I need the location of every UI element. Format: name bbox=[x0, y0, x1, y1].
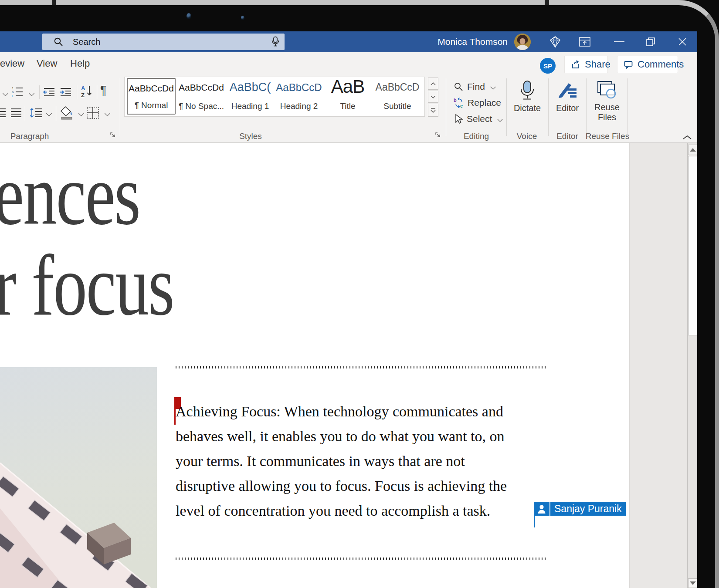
bullets-dropdown-chevron[interactable] bbox=[1, 91, 7, 98]
body-line: your terms. It communicates in ways that… bbox=[176, 453, 507, 478]
comments-icon bbox=[624, 60, 634, 70]
premium-diamond-icon[interactable] bbox=[547, 31, 563, 52]
tab-help[interactable]: Help bbox=[70, 52, 90, 75]
justify-icon[interactable] bbox=[10, 107, 23, 118]
ribbon: 1ai AZ ¶ bbox=[0, 75, 697, 143]
styles-group-label: Styles bbox=[229, 132, 272, 141]
borders-chevron[interactable] bbox=[103, 111, 109, 118]
search-mic-icon[interactable] bbox=[271, 36, 280, 48]
share-label: Share bbox=[585, 59, 610, 70]
multilevel-list-chevron[interactable] bbox=[27, 91, 34, 98]
voice-group-label: Voice bbox=[505, 132, 549, 141]
collaborator-caret bbox=[534, 516, 535, 527]
decrease-indent-icon[interactable] bbox=[43, 86, 56, 98]
select-label: Select bbox=[467, 114, 492, 124]
sort-icon[interactable]: AZ bbox=[80, 84, 93, 98]
ribbon-display-options-icon[interactable] bbox=[577, 31, 593, 52]
user-avatar[interactable] bbox=[514, 34, 531, 50]
dictate-label: Dictate bbox=[511, 103, 544, 113]
search-icon bbox=[54, 37, 63, 47]
svg-text:i: i bbox=[12, 94, 13, 98]
reuse-files-label-line2: Files bbox=[589, 112, 625, 122]
style-title[interactable]: AaB Title bbox=[325, 78, 371, 115]
styles-gallery: AaBbCcDd ¶ Normal AaBbCcDd ¶ No Spac... … bbox=[124, 77, 425, 117]
body-paragraph[interactable]: Achieving Focus: When technology communi… bbox=[176, 403, 507, 527]
restore-button[interactable] bbox=[643, 31, 658, 52]
select-button[interactable]: Select bbox=[454, 113, 502, 125]
scroll-up-button[interactable] bbox=[688, 145, 697, 155]
editor-pen-icon bbox=[556, 81, 578, 101]
editor-button[interactable]: Editor bbox=[552, 81, 583, 113]
shading-chevron[interactable] bbox=[77, 111, 83, 118]
find-chevron[interactable] bbox=[490, 84, 496, 90]
pilcrow-icon[interactable]: ¶ bbox=[100, 84, 107, 97]
paragraph-group-label: Paragraph bbox=[9, 132, 51, 141]
frame-notch bbox=[545, 0, 549, 5]
share-icon bbox=[571, 60, 581, 70]
minimize-button[interactable] bbox=[612, 31, 627, 52]
vertical-scrollbar[interactable] bbox=[687, 143, 697, 588]
style-normal[interactable]: AaBbCcDd ¶ Normal bbox=[127, 78, 176, 115]
replace-button[interactable]: bc Replace bbox=[454, 97, 501, 108]
body-line: behaves well, it enables you to do what … bbox=[176, 428, 507, 453]
search-placeholder: Search bbox=[73, 37, 100, 47]
dictate-button[interactable]: Dictate bbox=[511, 80, 544, 113]
reuse-files-group-label: Reuse Files bbox=[585, 132, 630, 141]
svg-text:b: b bbox=[454, 98, 457, 103]
collaborator-flag[interactable]: Sanjay Puranik bbox=[534, 502, 626, 516]
reuse-files-label-line1: Reuse bbox=[589, 102, 625, 112]
style-subtitle[interactable]: AaBbCcD Subtitle bbox=[373, 78, 421, 115]
close-button[interactable] bbox=[675, 31, 690, 52]
camera-dot-icon bbox=[187, 13, 191, 19]
document-heading-line1: ences bbox=[0, 151, 140, 238]
line-spacing-icon[interactable] bbox=[29, 106, 44, 119]
align-right-icon[interactable] bbox=[0, 107, 7, 118]
collaborator-name: Sanjay Puranik bbox=[550, 502, 626, 516]
collapse-ribbon-chevron[interactable] bbox=[682, 135, 692, 140]
editing-group-label: Editing bbox=[454, 132, 498, 141]
multilevel-list-icon[interactable]: 1ai bbox=[11, 85, 28, 98]
search-input[interactable]: Search bbox=[42, 34, 285, 50]
style-heading-1[interactable]: AaBbC( Heading 1 bbox=[226, 78, 274, 115]
shading-icon[interactable] bbox=[60, 105, 75, 120]
document-photo-building[interactable] bbox=[0, 367, 157, 588]
style-no-spacing[interactable]: AaBbCcDd ¶ No Spac... bbox=[177, 78, 225, 115]
device-screen: Search Monica Thomson eview View Help SP bbox=[0, 0, 719, 588]
comments-button[interactable]: Comments bbox=[617, 56, 678, 73]
share-button[interactable]: Share bbox=[564, 56, 608, 73]
scroll-down-button[interactable] bbox=[688, 578, 697, 588]
paragraph-dialog-launcher-icon[interactable] bbox=[110, 132, 116, 138]
svg-text:1: 1 bbox=[12, 86, 14, 90]
styles-scroll-up-button[interactable] bbox=[428, 78, 438, 90]
borders-icon[interactable] bbox=[85, 105, 100, 120]
document-heading-line2: r focus bbox=[0, 242, 173, 329]
find-label: Find bbox=[467, 81, 485, 92]
svg-text:a: a bbox=[12, 90, 14, 94]
reuse-files-button[interactable]: Reuse Files bbox=[589, 80, 625, 122]
camera-dot-icon bbox=[241, 16, 244, 20]
dotted-separator-top bbox=[176, 366, 546, 368]
style-heading-2[interactable]: AaBbCcD Heading 2 bbox=[275, 78, 323, 115]
select-chevron[interactable] bbox=[498, 116, 503, 122]
styles-gallery-expand-button[interactable] bbox=[428, 104, 438, 117]
styles-scroll-down-button[interactable] bbox=[428, 91, 438, 103]
increase-indent-icon[interactable] bbox=[59, 86, 72, 98]
line-spacing-chevron[interactable] bbox=[44, 111, 51, 118]
svg-text:c: c bbox=[460, 103, 463, 108]
dotted-separator-bottom bbox=[176, 558, 546, 560]
editor-label: Editor bbox=[552, 103, 583, 113]
presence-badge[interactable]: SP bbox=[540, 58, 556, 74]
user-name[interactable]: Monica Thomson bbox=[392, 37, 508, 47]
reuse-files-icon bbox=[597, 80, 617, 100]
tab-review-partial[interactable]: eview bbox=[0, 52, 24, 75]
body-line: Achieving Focus: When technology communi… bbox=[176, 403, 507, 428]
svg-text:A: A bbox=[81, 85, 85, 91]
dictate-mic-icon bbox=[517, 80, 537, 101]
find-button[interactable]: Find bbox=[454, 81, 495, 92]
comments-label: Comments bbox=[638, 59, 684, 70]
styles-dialog-launcher-icon[interactable] bbox=[435, 132, 441, 138]
frame-notch bbox=[52, 0, 56, 5]
scrollbar-thumb[interactable] bbox=[688, 156, 697, 335]
tab-view[interactable]: View bbox=[37, 52, 57, 75]
editor-group-label: Editor bbox=[546, 132, 589, 141]
